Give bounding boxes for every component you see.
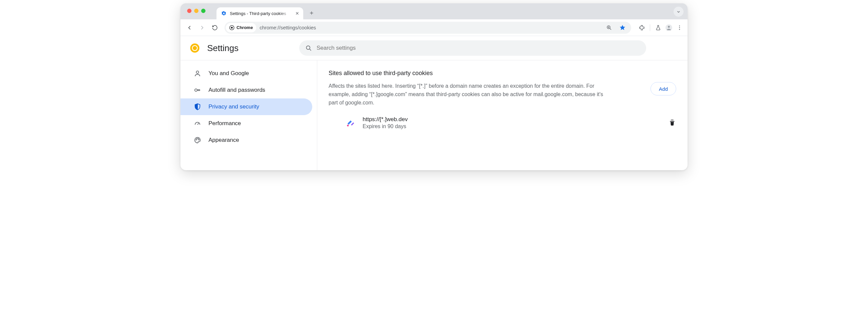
palette-icon — [194, 137, 201, 144]
close-icon[interactable] — [294, 11, 300, 16]
chrome-logo-icon — [190, 43, 200, 53]
bookmark-star-icon[interactable] — [618, 23, 627, 32]
browser-window: Settings - Third-party cookies Chrome ch… — [181, 3, 687, 170]
sidebar-item-label: Autofill and passwords — [209, 87, 265, 93]
shield-icon — [194, 103, 201, 111]
page-title: Settings — [207, 43, 239, 53]
svg-point-18 — [347, 125, 349, 126]
address-bar[interactable]: Chrome chrome://settings/cookies — [224, 22, 631, 34]
svg-point-13 — [195, 89, 197, 91]
svg-point-12 — [196, 71, 198, 74]
profile-icon[interactable] — [664, 23, 674, 32]
forward-button[interactable] — [196, 22, 208, 33]
svg-point-10 — [193, 46, 197, 50]
person-icon — [194, 70, 201, 77]
svg-point-5 — [679, 25, 680, 26]
chevron-down-icon[interactable] — [674, 7, 684, 17]
settings-sidebar: You and Google Autofill and passwords Pr… — [181, 60, 317, 170]
settings-body: You and Google Autofill and passwords Pr… — [181, 60, 687, 170]
sidebar-item-privacy-security[interactable]: Privacy and security — [181, 98, 312, 115]
section-description: Affects the sites listed here. Inserting… — [329, 82, 609, 107]
settings-header: Settings — [181, 36, 687, 60]
svg-point-4 — [668, 26, 670, 28]
new-tab-button[interactable] — [307, 8, 317, 18]
site-expiry: Expires in 90 days — [363, 123, 408, 129]
svg-point-6 — [679, 27, 680, 28]
settings-search[interactable] — [299, 40, 646, 56]
browser-tab[interactable]: Settings - Third-party cookies — [217, 7, 303, 19]
svg-point-1 — [231, 27, 232, 28]
speedometer-icon — [194, 120, 201, 127]
svg-point-14 — [196, 140, 196, 140]
separator — [650, 24, 650, 31]
svg-point-11 — [306, 46, 310, 49]
sidebar-item-label: You and Google — [209, 70, 249, 77]
trash-icon[interactable] — [669, 119, 676, 126]
search-icon — [305, 45, 312, 51]
labs-icon[interactable] — [653, 23, 663, 32]
tab-title: Settings - Third-party cookies — [230, 11, 291, 16]
back-button[interactable] — [184, 22, 195, 33]
url-text: chrome://settings/cookies — [259, 25, 316, 30]
sidebar-item-appearance[interactable]: Appearance — [181, 132, 312, 148]
kebab-menu-icon[interactable] — [675, 23, 684, 32]
zoom-icon[interactable] — [604, 23, 614, 32]
window-close-dot[interactable] — [187, 9, 191, 13]
sidebar-item-label: Privacy and security — [209, 104, 259, 110]
site-favicon-icon — [346, 118, 355, 127]
add-button[interactable]: Add — [651, 82, 676, 95]
gear-icon — [221, 11, 226, 16]
add-button-label: Add — [659, 86, 668, 92]
key-icon — [194, 86, 201, 94]
reload-button[interactable] — [209, 22, 220, 33]
sidebar-item-performance[interactable]: Performance — [181, 115, 312, 132]
tab-strip: Settings - Third-party cookies — [181, 3, 687, 19]
svg-point-16 — [198, 139, 198, 139]
site-chip[interactable]: Chrome — [226, 23, 256, 32]
site-pattern: https://[*.]web.dev — [363, 116, 408, 123]
section-heading: Sites allowed to use third-party cookies — [329, 70, 676, 77]
window-minimize-dot[interactable] — [194, 9, 198, 13]
svg-point-7 — [679, 29, 680, 30]
svg-point-17 — [199, 140, 199, 140]
extensions-icon[interactable] — [637, 23, 647, 32]
site-chip-label: Chrome — [237, 25, 253, 30]
sidebar-item-label: Performance — [209, 120, 241, 127]
settings-search-input[interactable] — [317, 45, 640, 51]
sidebar-item-autofill[interactable]: Autofill and passwords — [181, 82, 312, 98]
svg-point-15 — [196, 139, 197, 139]
window-zoom-dot[interactable] — [201, 9, 206, 13]
sidebar-item-you-and-google[interactable]: You and Google — [181, 65, 312, 82]
window-controls — [187, 9, 206, 13]
sidebar-item-label: Appearance — [209, 137, 239, 144]
toolbar: Chrome chrome://settings/cookies — [181, 19, 687, 36]
settings-main: Sites allowed to use third-party cookies… — [317, 60, 687, 170]
allowed-site-row: https://[*.]web.dev Expires in 90 days — [329, 116, 676, 129]
